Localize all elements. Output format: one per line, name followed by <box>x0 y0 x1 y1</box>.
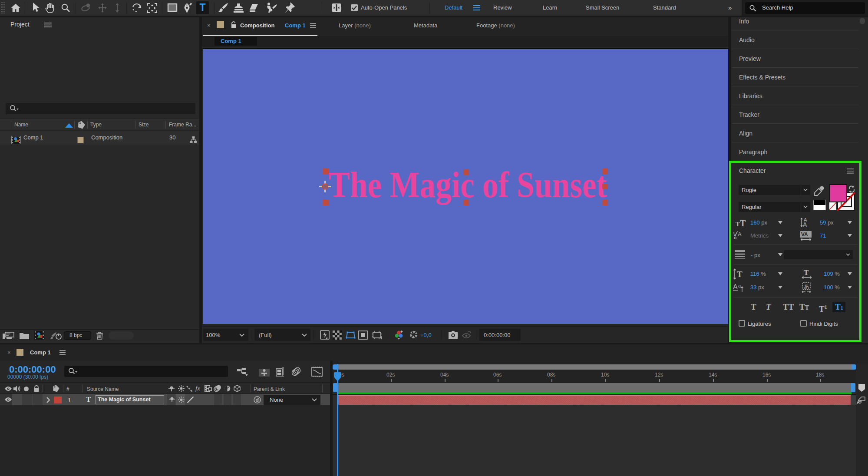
svg-text:A: A <box>738 231 742 238</box>
svg-text:あ: あ <box>804 283 809 290</box>
svg-text:A: A <box>733 283 738 291</box>
svg-text:a: a <box>738 283 741 288</box>
svg-text:T: T <box>804 268 809 277</box>
svg-text:A: A <box>803 221 807 228</box>
svg-text:T: T <box>737 270 743 279</box>
